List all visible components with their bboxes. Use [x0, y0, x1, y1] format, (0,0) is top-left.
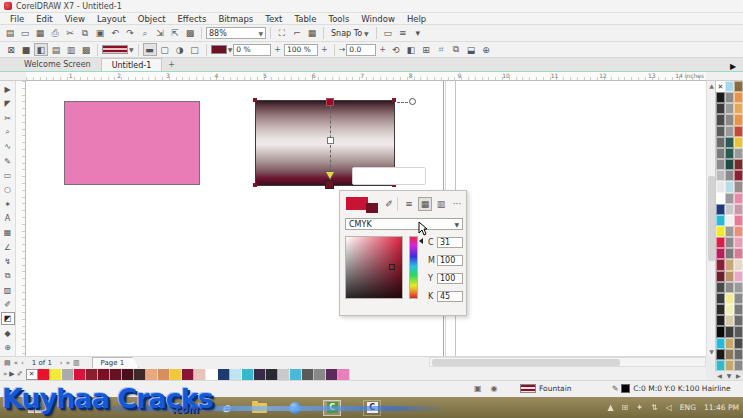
- vertical-scrollbar[interactable]: ▲ ▼: [706, 81, 715, 356]
- color-swatch[interactable]: [266, 369, 278, 380]
- color-swatch[interactable]: [734, 126, 743, 137]
- table-icon[interactable]: ▦: [1, 226, 15, 239]
- color-swatch[interactable]: [725, 315, 734, 326]
- color-swatch[interactable]: [734, 338, 743, 349]
- no-color-swatch[interactable]: ✕: [716, 81, 725, 92]
- color-swatch[interactable]: [716, 137, 725, 148]
- color-swatch[interactable]: [725, 114, 734, 125]
- color-swatch[interactable]: [725, 193, 734, 204]
- color-swatch[interactable]: [218, 369, 230, 380]
- more-tools-icon[interactable]: ⊕: [1, 341, 15, 354]
- color-model-select[interactable]: CMYK ▼: [345, 218, 463, 230]
- elliptical-fountain-icon[interactable]: ▢: [158, 43, 172, 56]
- color-swatch[interactable]: [725, 293, 734, 304]
- freehand-icon[interactable]: ∿: [1, 140, 15, 153]
- color-swatch[interactable]: [734, 114, 743, 125]
- import-icon[interactable]: ⇲: [153, 27, 167, 40]
- color-swatch[interactable]: [725, 92, 734, 103]
- color-swatch[interactable]: [725, 226, 734, 237]
- linear-fountain-icon[interactable]: ▬: [143, 43, 157, 56]
- clock[interactable]: 11:46 PM: [704, 403, 739, 412]
- menu-item[interactable]: Bitmaps: [212, 14, 259, 24]
- black-input[interactable]: [437, 291, 463, 302]
- node-color-dropdown[interactable]: [211, 45, 227, 54]
- color-swatch[interactable]: [734, 326, 743, 337]
- tray-volume-icon[interactable]: ◁: [666, 403, 672, 412]
- color-swatch[interactable]: [734, 271, 743, 282]
- selection-handle[interactable]: [253, 98, 257, 102]
- bitmap-pattern-fill-icon[interactable]: ▥: [64, 43, 78, 56]
- drawing-canvas[interactable]: ✐ ≡ ▦ ▥ ··· CMYK ▼ C M Y: [26, 81, 706, 356]
- vertical-scroll-thumb[interactable]: [708, 176, 715, 261]
- color-swatch[interactable]: [725, 181, 734, 192]
- color-swatch[interactable]: [194, 369, 206, 380]
- stepper-icon[interactable]: +: [272, 45, 283, 54]
- fill-picker-dropdown[interactable]: [102, 45, 128, 54]
- color-swatch[interactable]: [734, 215, 743, 226]
- color-swatch[interactable]: [716, 326, 725, 337]
- smooth-icon[interactable]: ⊞: [419, 43, 433, 56]
- color-swatch[interactable]: [74, 369, 86, 380]
- color-swatch[interactable]: [734, 248, 743, 259]
- ellipse-icon[interactable]: ○: [1, 183, 15, 196]
- node-position-input[interactable]: [284, 44, 318, 56]
- color-swatch[interactable]: [725, 237, 734, 248]
- color-field[interactable]: [345, 236, 403, 299]
- cut-icon[interactable]: ✂: [63, 27, 77, 40]
- add-page-end-icon[interactable]: ▥: [73, 359, 80, 367]
- snap-to-dropdown[interactable]: Snap To ▼: [328, 29, 372, 38]
- open-icon[interactable]: ▭: [18, 27, 32, 40]
- palette-scroll-left-icon[interactable]: ◀: [717, 372, 722, 379]
- color-swatch[interactable]: [725, 170, 734, 181]
- reverse-fill-icon[interactable]: ⟲: [389, 43, 403, 56]
- menu-item[interactable]: Tools: [322, 14, 355, 24]
- color-swatch[interactable]: [38, 369, 50, 380]
- zoom-icon[interactable]: ⌕: [1, 126, 15, 139]
- add-page-icon[interactable]: ▤: [4, 359, 11, 367]
- docker-collapse-icon[interactable]: ▶: [730, 62, 736, 71]
- color-swatch[interactable]: [734, 137, 743, 148]
- color-swatch[interactable]: [86, 369, 98, 380]
- tray-windows-icon[interactable]: ⊞: [622, 403, 629, 412]
- color-swatch[interactable]: [170, 369, 182, 380]
- color-swatch[interactable]: [716, 170, 725, 181]
- cyan-input[interactable]: [437, 237, 463, 248]
- menu-item[interactable]: Table: [288, 14, 322, 24]
- color-swatch[interactable]: [725, 137, 734, 148]
- free-scale-skew-icon[interactable]: ⌗: [434, 43, 448, 56]
- node-transparency-input[interactable]: [233, 44, 271, 56]
- tab-untitled-1[interactable]: Untitled-1: [101, 58, 163, 71]
- show-grid-icon[interactable]: ▦: [305, 27, 319, 40]
- color-swatch[interactable]: [716, 226, 725, 237]
- color-swatch[interactable]: [716, 349, 725, 360]
- color-swatch[interactable]: [734, 193, 743, 204]
- color-swatch[interactable]: [725, 204, 734, 215]
- no-fill-icon[interactable]: ⊠: [4, 43, 18, 56]
- menu-item[interactable]: Text: [259, 14, 288, 24]
- color-swatch[interactable]: [50, 369, 62, 380]
- new-document-icon[interactable]: ▤: [3, 27, 17, 40]
- color-swatch[interactable]: [725, 126, 734, 137]
- tray-network-icon[interactable]: ⇅: [651, 403, 658, 412]
- color-swatch[interactable]: [734, 282, 743, 293]
- color-swatch[interactable]: [734, 360, 743, 371]
- welcome-screen-icon[interactable]: ▭: [381, 27, 395, 40]
- color-swatch[interactable]: [146, 369, 158, 380]
- stepper-icon[interactable]: +: [319, 45, 330, 54]
- menu-item[interactable]: Window: [355, 14, 401, 24]
- more-options-button[interactable]: ···: [450, 197, 464, 211]
- fill-angle-input[interactable]: [346, 44, 376, 56]
- polygon-icon[interactable]: ✶: [1, 198, 15, 211]
- color-swatch[interactable]: [734, 204, 743, 215]
- color-swatch[interactable]: [716, 215, 725, 226]
- color-swatch[interactable]: [716, 181, 725, 192]
- color-swatch[interactable]: [158, 369, 170, 380]
- texture-fill-icon[interactable]: ▩: [79, 43, 93, 56]
- menu-item[interactable]: Layout: [91, 14, 132, 24]
- color-swatch[interactable]: [734, 103, 743, 114]
- tray-action-center-icon[interactable]: ✦: [636, 403, 643, 412]
- wrap-fill-icon[interactable]: ◧: [404, 43, 418, 56]
- pink-rectangle-shape[interactable]: [64, 101, 200, 185]
- horizontal-scrollbar[interactable]: [429, 357, 706, 367]
- export-icon[interactable]: ⇱: [168, 27, 182, 40]
